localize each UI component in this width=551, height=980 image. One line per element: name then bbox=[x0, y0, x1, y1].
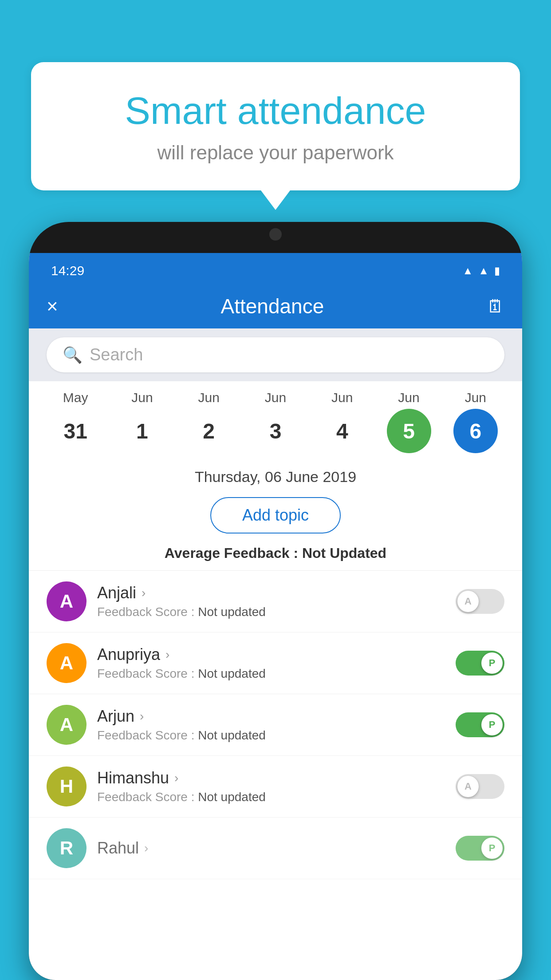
month-0: May bbox=[53, 390, 98, 405]
month-2: Jun bbox=[187, 390, 231, 405]
feedback-score: Feedback Score : Not updated bbox=[97, 728, 445, 743]
attendance-toggle[interactable]: A bbox=[456, 589, 504, 614]
status-time: 14:29 bbox=[51, 263, 84, 278]
phone-notch bbox=[236, 222, 315, 244]
search-container: 🔍 Search bbox=[29, 328, 522, 381]
avatar: A bbox=[47, 705, 87, 745]
student-info: Anjali › Feedback Score : Not updated bbox=[87, 584, 456, 619]
app-toolbar: × Attendance 🗓 bbox=[29, 284, 522, 328]
speech-bubble-subtitle: will replace your paperwork bbox=[67, 142, 484, 164]
student-info: Arjun › Feedback Score : Not updated bbox=[87, 707, 456, 743]
date-3[interactable]: 3 bbox=[253, 409, 298, 453]
selected-date-text: Thursday, 06 June 2019 bbox=[195, 468, 356, 485]
feedback-score: Feedback Score : Not updated bbox=[97, 605, 445, 619]
month-1: Jun bbox=[120, 390, 164, 405]
chevron-right-icon: › bbox=[142, 586, 146, 600]
search-icon: 🔍 bbox=[63, 346, 83, 364]
toggle-knob: A bbox=[457, 591, 479, 612]
feedback-score: Feedback Score : Not updated bbox=[97, 790, 445, 804]
speech-bubble-container: Smart attendance will replace your paper… bbox=[31, 62, 520, 190]
student-name: Anupriya › bbox=[97, 645, 445, 664]
phone-frame: 14:29 ▲ ▲ ▮ × Attendance 🗓 🔍 Search May … bbox=[29, 222, 522, 980]
student-name: Himanshu › bbox=[97, 769, 445, 787]
month-6: Jun bbox=[453, 390, 498, 405]
phone-screen: 14:29 ▲ ▲ ▮ × Attendance 🗓 🔍 Search May … bbox=[29, 253, 522, 980]
month-4: Jun bbox=[320, 390, 364, 405]
student-info: Himanshu › Feedback Score : Not updated bbox=[87, 769, 456, 804]
attendance-toggle[interactable]: A bbox=[456, 774, 504, 799]
student-name: Anjali › bbox=[97, 584, 445, 602]
status-bar: 14:29 ▲ ▲ ▮ bbox=[29, 253, 522, 284]
list-item[interactable]: H Himanshu › Feedback Score : Not update… bbox=[29, 756, 522, 818]
date-selector: May Jun Jun Jun Jun Jun Jun 31 1 2 3 4 5… bbox=[29, 381, 522, 458]
student-name: Arjun › bbox=[97, 707, 445, 726]
date-1[interactable]: 1 bbox=[120, 409, 164, 453]
toggle-knob: P bbox=[481, 652, 503, 674]
add-topic-container: Add topic bbox=[29, 490, 522, 541]
list-item[interactable]: A Arjun › Feedback Score : Not updated P bbox=[29, 694, 522, 756]
month-5: Jun bbox=[387, 390, 431, 405]
toolbar-title: Attendance bbox=[220, 294, 324, 318]
signal-icon: ▲ bbox=[478, 265, 489, 277]
avg-feedback-text: Average Feedback : Not Updated bbox=[165, 545, 386, 561]
date-2[interactable]: 2 bbox=[187, 409, 231, 453]
attendance-toggle[interactable]: P bbox=[456, 836, 504, 861]
chevron-right-icon: › bbox=[174, 771, 178, 785]
toggle-knob: P bbox=[481, 838, 503, 859]
toggle-knob: P bbox=[481, 714, 503, 735]
date-5[interactable]: 5 bbox=[387, 409, 431, 453]
month-3: Jun bbox=[253, 390, 298, 405]
attendance-toggle[interactable]: P bbox=[456, 712, 504, 737]
student-info: Rahul › bbox=[87, 839, 456, 858]
date-numbers-row: 31 1 2 3 4 5 6 bbox=[29, 409, 522, 453]
add-topic-button[interactable]: Add topic bbox=[210, 497, 341, 533]
status-icons: ▲ ▲ ▮ bbox=[462, 265, 500, 277]
date-4[interactable]: 4 bbox=[320, 409, 364, 453]
avg-feedback-label: Average Feedback : bbox=[165, 545, 302, 561]
toggle-knob: A bbox=[457, 776, 479, 797]
calendar-icon[interactable]: 🗓 bbox=[487, 296, 504, 316]
search-placeholder: Search bbox=[90, 345, 143, 364]
selected-date-info: Thursday, 06 June 2019 bbox=[29, 458, 522, 490]
battery-icon: ▮ bbox=[494, 265, 500, 277]
avatar: H bbox=[47, 767, 87, 806]
speech-bubble: Smart attendance will replace your paper… bbox=[31, 62, 520, 190]
close-button[interactable]: × bbox=[47, 295, 58, 317]
attendance-toggle[interactable]: P bbox=[456, 651, 504, 676]
date-6[interactable]: 6 bbox=[453, 409, 498, 453]
avg-feedback-value: Not Updated bbox=[302, 545, 386, 561]
chevron-right-icon: › bbox=[144, 841, 148, 855]
search-bar[interactable]: 🔍 Search bbox=[47, 337, 504, 372]
chevron-right-icon: › bbox=[165, 648, 169, 662]
chevron-right-icon: › bbox=[140, 709, 144, 723]
list-item[interactable]: A Anjali › Feedback Score : Not updated … bbox=[29, 571, 522, 632]
speech-bubble-title: Smart attendance bbox=[67, 89, 484, 133]
avatar: R bbox=[47, 828, 87, 868]
list-item[interactable]: R Rahul › P bbox=[29, 818, 522, 879]
student-list: A Anjali › Feedback Score : Not updated … bbox=[29, 571, 522, 879]
avatar: A bbox=[47, 581, 87, 621]
avg-feedback: Average Feedback : Not Updated bbox=[29, 541, 522, 571]
student-info: Anupriya › Feedback Score : Not updated bbox=[87, 645, 456, 681]
feedback-score: Feedback Score : Not updated bbox=[97, 667, 445, 681]
avatar: A bbox=[47, 643, 87, 683]
student-name: Rahul › bbox=[97, 839, 445, 858]
date-31[interactable]: 31 bbox=[53, 409, 98, 453]
list-item[interactable]: A Anupriya › Feedback Score : Not update… bbox=[29, 632, 522, 694]
date-months-row: May Jun Jun Jun Jun Jun Jun bbox=[29, 390, 522, 405]
wifi-icon: ▲ bbox=[462, 265, 473, 277]
